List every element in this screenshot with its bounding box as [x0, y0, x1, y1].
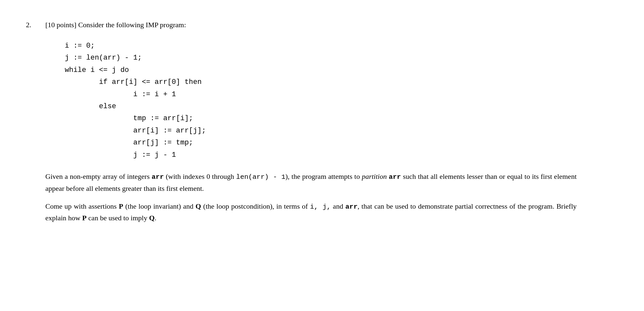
desc1-part1: Given a non-empty array of integers — [45, 172, 152, 180]
desc2-Q: Q — [196, 202, 201, 210]
code-line2: j := len(arr) - 1; — [65, 54, 142, 62]
code-block: i := 0; j := len(arr) - 1; while i <= j … — [65, 40, 577, 161]
desc2-part3: (the loop postcondition), in terms of — [201, 202, 310, 210]
question-number: 2. — [26, 19, 45, 30]
desc2-P2: P — [82, 214, 86, 222]
desc2-arr: arr — [345, 203, 358, 211]
question-header: 2. [10 points] Consider the following IM… — [26, 19, 577, 30]
code-line5: i := i + 1 — [99, 90, 176, 98]
desc1-len: len(arr) - 1 — [236, 173, 285, 181]
desc1-arr: arr — [152, 173, 164, 181]
description-paragraph2: Come up with assertions P (the loop inva… — [45, 201, 577, 224]
description-block: Given a non-empty array of integers arr … — [45, 171, 577, 224]
question-container: 2. [10 points] Consider the following IM… — [26, 19, 577, 224]
desc2-part4: and — [331, 202, 345, 210]
code-line8: arr[i] := arr[j]; — [99, 127, 206, 135]
desc2-P: P — [119, 202, 123, 210]
desc1-italic: partition — [362, 172, 387, 180]
desc2-vars: i, j, — [310, 203, 331, 211]
code-line9: arr[j] := tmp; — [99, 139, 193, 147]
desc2-part6: can be used to imply — [86, 214, 149, 222]
code-line7: tmp := arr[i]; — [99, 114, 193, 122]
desc2-part2: (the loop invariant) and — [123, 202, 195, 210]
code-line6: else — [82, 102, 116, 110]
desc2-Q2: Q — [149, 214, 155, 222]
code-line4: if arr[i] <= arr[0] then — [82, 78, 202, 86]
question-title: [10 points] Consider the following IMP p… — [45, 19, 186, 30]
desc1-part3: ), the program attempts to — [285, 172, 362, 180]
code-line10: j := j - 1 — [99, 151, 176, 159]
description-paragraph1: Given a non-empty array of integers arr … — [45, 171, 577, 194]
desc1-arr2: arr — [389, 173, 401, 181]
desc1-part2: (with indexes 0 through — [164, 172, 236, 180]
code-line3: while i <= j do — [65, 66, 129, 74]
code-line1: i := 0; — [65, 42, 95, 50]
desc2-end: . — [155, 214, 156, 222]
desc2-part1: Come up with assertions — [45, 202, 119, 210]
